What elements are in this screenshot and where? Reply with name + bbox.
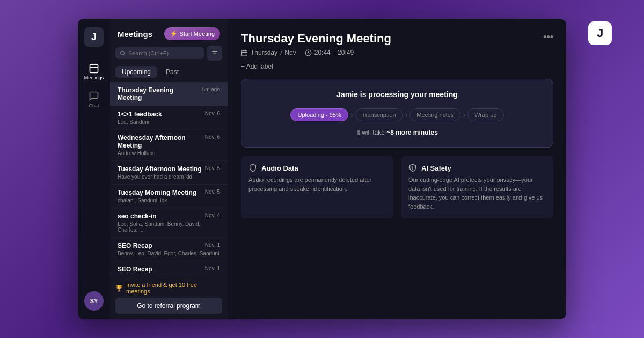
meeting-participants: chalani, Sanduni, idk [118, 197, 220, 203]
list-item[interactable]: seo check-in Nov, 4 Leo, Sofia, Sanduni,… [110, 208, 228, 238]
info-card-audio-header: Audio Data [248, 164, 386, 172]
invite-text: Invite a friend & get 10 free meetings [126, 282, 222, 295]
tab-upcoming[interactable]: Upcoming [115, 66, 157, 78]
add-label-button[interactable]: + Add label [241, 63, 273, 70]
list-item[interactable]: 1<>1 feedback Nov, 6 Leo, Sanduni [110, 106, 228, 130]
meetings-nav-label: Meetings [84, 75, 104, 80]
meeting-meta: Thursday 7 Nov 20:44 – 20:49 [241, 49, 553, 56]
search-input[interactable] [128, 50, 200, 56]
step-arrow-2: › [405, 111, 408, 119]
meeting-name: SEO Recap [118, 242, 202, 249]
meeting-name: 1<>1 feedback [118, 111, 202, 118]
main-content: Thursday Evening Meeting ••• Thursday 7 … [228, 19, 566, 319]
sidebar-title: Meetings [118, 30, 152, 39]
meeting-time: 5m ago [202, 86, 220, 92]
processing-note: It will take ~8 more minutes [252, 129, 542, 136]
step-wrap-up: Wrap up [467, 108, 503, 121]
meeting-participants: Have you ever had a dream kid [118, 174, 220, 180]
meetings-sidebar: Meetings ⚡ Start Meeting Upcoming Past [110, 19, 228, 319]
processing-title: Jamie is processing your meeting [252, 90, 542, 99]
jamie-logo-text: J [597, 26, 603, 40]
meeting-time: Nov, 5 [205, 189, 220, 195]
meeting-time-range: 20:44 – 20:49 [305, 49, 354, 56]
info-card-ai-header: AI Safety [408, 164, 546, 172]
meetings-list: Thursday Evening Meeting 5m ago 1<>1 fee… [110, 82, 228, 273]
page-title: Thursday Evening Meeting [241, 32, 391, 46]
meeting-participants: Andrew Holland [118, 150, 220, 156]
info-cards: Audio Data Audio recordings are permanen… [241, 156, 553, 218]
jamie-logo: J [588, 21, 612, 45]
meeting-time: Nov, 4 [205, 212, 220, 218]
svg-point-15 [413, 169, 413, 170]
shield-icon [248, 164, 257, 172]
meeting-name: SEO Recap [118, 266, 202, 273]
calendar-icon [241, 49, 248, 56]
left-nav: J Meetings Chat SY [78, 19, 110, 319]
main-header: Thursday Evening Meeting ••• [241, 32, 553, 46]
list-item[interactable]: SEO Recap Nov, 1 Sanduni, Leo [110, 261, 228, 273]
user-avatar[interactable]: SY [84, 291, 104, 311]
svg-rect-9 [242, 50, 247, 56]
audio-card-text: Audio recordings are permanently deleted… [248, 175, 386, 193]
info-card-ai-safety: AI Safety Our cutting-edge AI protects y… [401, 156, 553, 218]
step-uploading: Uploading - 95% [290, 108, 348, 121]
list-item[interactable]: Thursday Evening Meeting 5m ago [110, 82, 228, 106]
svg-point-4 [120, 51, 124, 55]
meeting-participants: Leo, Sanduni [118, 119, 220, 125]
meeting-name: Tuesday Afternoon Meeting [118, 165, 202, 173]
meeting-name: Tuesday Morning Meeting [118, 189, 202, 196]
svg-line-5 [123, 54, 125, 55]
audio-card-title: Audio Data [261, 164, 298, 172]
meeting-time: Nov, 5 [205, 165, 220, 171]
steps-row: Uploading - 95% › Transcription › Meetin… [252, 108, 542, 121]
meeting-time: Nov, 6 [205, 134, 220, 140]
search-wrap [115, 47, 204, 59]
referral-button[interactable]: Go to referral program [115, 298, 222, 314]
tab-past[interactable]: Past [159, 66, 185, 78]
app-logo: J [84, 27, 104, 47]
tabs-row: Upcoming Past [110, 66, 228, 82]
nav-item-meetings[interactable]: Meetings [82, 60, 106, 83]
step-notes-label: Meeting notes [409, 108, 460, 121]
list-item[interactable]: Wednesday Afternoon Meeting Nov, 6 Andre… [110, 130, 228, 161]
ai-card-text: Our cutting-edge AI protects your privac… [408, 175, 546, 211]
clock-icon [305, 49, 312, 56]
step-transcription-label: Transcription [355, 108, 403, 121]
step-meeting-notes: Meeting notes [409, 108, 460, 121]
meeting-participants: Benny, Leo, David, Egor, Charles, Sandun… [118, 251, 220, 256]
list-item[interactable]: Tuesday Morning Meeting Nov, 5 chalani, … [110, 185, 228, 208]
meetings-icon [89, 63, 99, 74]
chat-nav-label: Chat [89, 103, 99, 108]
meeting-time: Nov, 6 [205, 111, 220, 116]
processing-card: Jamie is processing your meeting Uploadi… [241, 79, 553, 148]
meeting-name: Thursday Evening Meeting [118, 86, 199, 101]
ai-card-title: AI Safety [421, 164, 451, 172]
meeting-name: Wednesday Afternoon Meeting [118, 134, 202, 149]
chat-icon [89, 91, 99, 101]
sidebar-footer: 🏆 Invite a friend & get 10 free meetings… [110, 273, 228, 319]
search-row [110, 46, 228, 66]
svg-rect-0 [90, 64, 98, 72]
start-meeting-button[interactable]: ⚡ Start Meeting [164, 27, 220, 40]
app-window: J Meetings Chat SY Meetings ⚡ Start Meet… [78, 19, 566, 319]
meeting-time: Nov, 1 [205, 266, 220, 271]
list-item[interactable]: Tuesday Afternoon Meeting Nov, 5 Have yo… [110, 161, 228, 185]
list-item[interactable]: SEO Recap Nov, 1 Benny, Leo, David, Egor… [110, 238, 228, 261]
step-arrow-3: › [463, 111, 465, 119]
nav-item-chat[interactable]: Chat [82, 87, 106, 111]
info-card-audio: Audio Data Audio recordings are permanen… [241, 156, 393, 218]
sidebar-header: Meetings ⚡ Start Meeting [110, 19, 228, 46]
meeting-date: Thursday 7 Nov [241, 49, 296, 56]
more-options-button[interactable]: ••• [543, 32, 553, 43]
search-icon [120, 50, 126, 56]
meeting-time: Nov, 1 [205, 242, 220, 248]
step-transcription: Transcription [355, 108, 403, 121]
step-wrapup-label: Wrap up [467, 108, 503, 121]
meeting-participants: Leo, Sofia, Sanduni, Benny, David, Charl… [118, 221, 220, 233]
step-arrow-1: › [350, 111, 353, 119]
invite-row: 🏆 Invite a friend & get 10 free meetings [115, 278, 222, 298]
step-uploading-label: Uploading - 95% [290, 108, 348, 121]
filter-button[interactable] [207, 46, 222, 61]
meeting-name: seo check-in [118, 212, 202, 220]
filter-icon [211, 49, 218, 57]
